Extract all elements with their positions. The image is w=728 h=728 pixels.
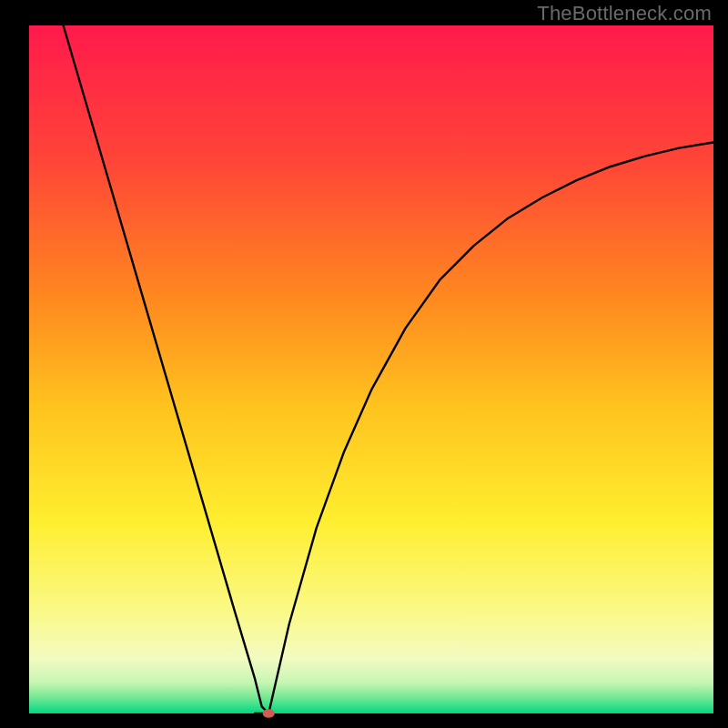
- watermark-text: TheBottleneck.com: [537, 2, 712, 25]
- plot-background: [29, 25, 713, 713]
- optimal-point-marker: [263, 709, 275, 718]
- chart-canvas: [0, 0, 728, 728]
- chart-root: TheBottleneck.com: [0, 0, 728, 728]
